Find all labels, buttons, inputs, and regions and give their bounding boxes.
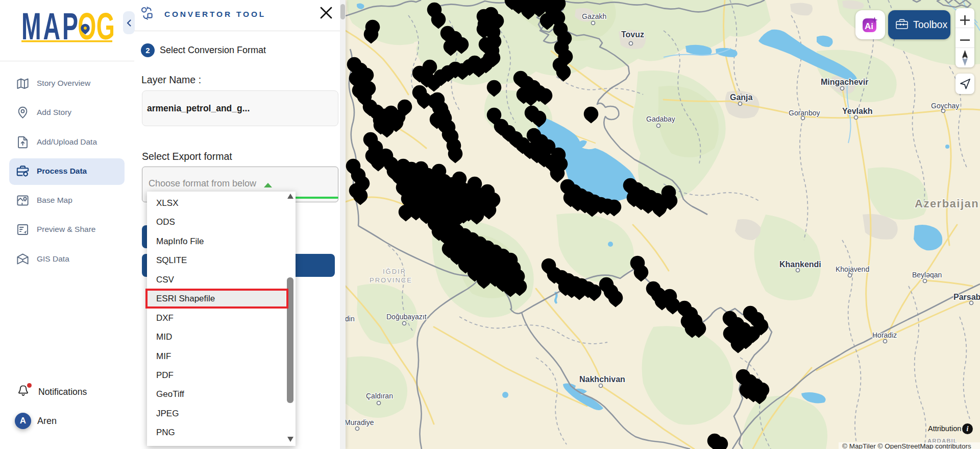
- svg-text:Ganja: Ganja: [730, 93, 753, 102]
- svg-text:Beyləqan: Beyləqan: [912, 271, 942, 279]
- svg-text:MAP: MAP: [21, 10, 78, 43]
- svg-text:Mingachevir: Mingachevir: [821, 78, 868, 86]
- svg-text:Muradiye: Muradiye: [346, 418, 374, 427]
- svg-text:Gadabay: Gadabay: [646, 115, 675, 123]
- svg-text:Nakhchivan: Nakhchivan: [579, 375, 625, 384]
- svg-text:Çaldıran: Çaldıran: [366, 392, 393, 400]
- svg-text:Ai: Ai: [865, 21, 873, 31]
- svg-text:Goychay: Goychay: [931, 102, 959, 110]
- svg-text:Khankendi: Khankendi: [779, 260, 821, 269]
- svg-text:Parsaba: Parsaba: [953, 293, 980, 301]
- svg-text:Horadiz: Horadiz: [872, 331, 897, 339]
- svg-text:Goranboy: Goranboy: [789, 109, 820, 117]
- svg-text:IĞDIR: IĞDIR: [383, 268, 406, 275]
- svg-text:Gazakh: Gazakh: [582, 12, 606, 20]
- svg-text:Doğubayazıt: Doğubayazıt: [386, 313, 427, 321]
- svg-text:Yevlakh: Yevlakh: [842, 107, 873, 115]
- svg-text:Tovuz: Tovuz: [621, 30, 644, 39]
- svg-text:Khojavend: Khojavend: [836, 265, 869, 273]
- svg-text:din: din: [346, 315, 355, 323]
- svg-text:Azerbaijan: Azerbaijan: [915, 197, 979, 210]
- svg-text:PROVINCE: PROVINCE: [370, 276, 412, 284]
